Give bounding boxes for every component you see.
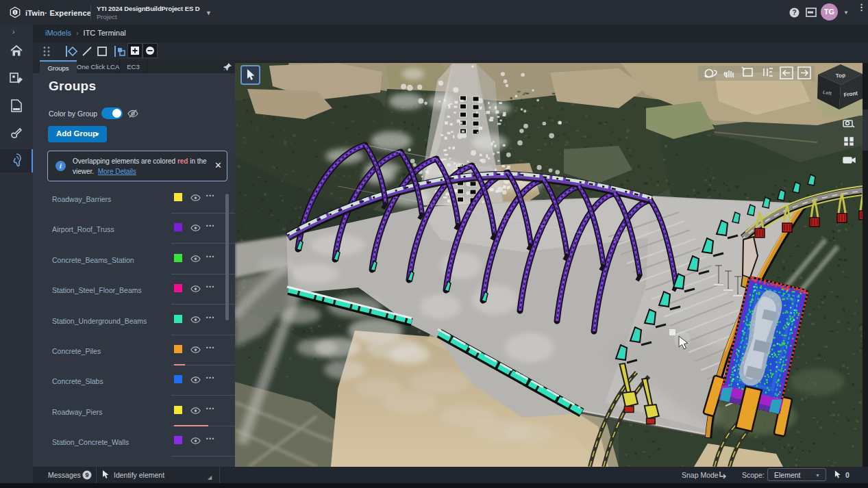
- svg-text:?: ?: [792, 9, 796, 16]
- svg-text:9: 9: [85, 472, 88, 478]
- svg-text:Top: Top: [835, 73, 845, 79]
